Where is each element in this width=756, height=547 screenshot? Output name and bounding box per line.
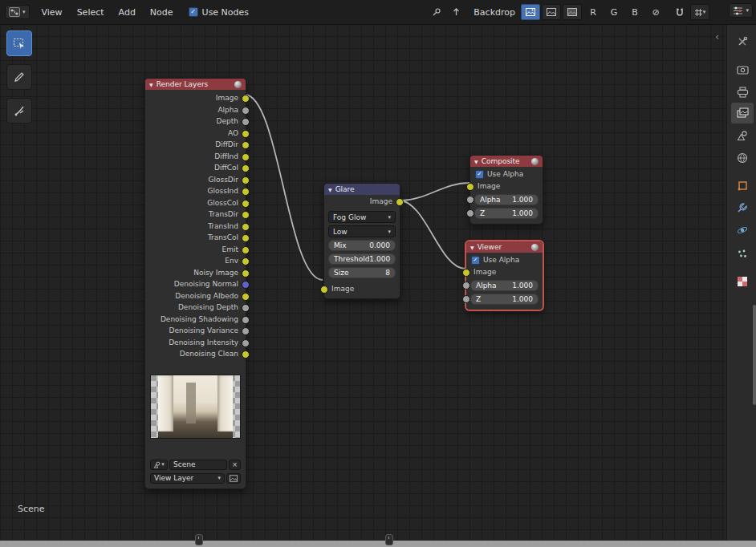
input-socket[interactable] [320, 286, 328, 294]
backdrop-channel-alpha-button[interactable] [563, 4, 582, 20]
channel-b-button[interactable]: B [625, 5, 644, 19]
use-nodes-checkbox[interactable]: ✓ Use Nodes [189, 7, 250, 18]
input-socket[interactable] [466, 183, 474, 191]
node-header[interactable]: ▼ Composite [470, 156, 543, 167]
tab-output[interactable] [731, 82, 754, 103]
backdrop-channel-color-button[interactable] [521, 4, 540, 20]
mix-number-field[interactable]: Mix 0.000 [328, 240, 396, 251]
snapping-mode-dropdown[interactable]: ▾ [690, 4, 709, 20]
tab-object[interactable] [731, 175, 754, 196]
output-row: Denoising Variance [145, 325, 246, 337]
output-socket[interactable] [242, 223, 250, 231]
menu-add[interactable]: Add [112, 5, 143, 20]
output-socket[interactable] [242, 130, 250, 138]
pin-button[interactable] [428, 5, 445, 19]
tool-select-box[interactable] [6, 30, 32, 56]
node-viewer[interactable]: ▼ Viewer ✓ Use Alpha Image Alpha 1.000 Z… [465, 241, 543, 310]
backdrop-channel-color-alpha-button[interactable] [542, 4, 561, 20]
input-socket[interactable] [462, 269, 470, 277]
output-socket[interactable] [242, 316, 250, 324]
use-alpha-row[interactable]: ✓ Use Alpha [466, 254, 543, 265]
collapse-caret-icon[interactable]: ▼ [328, 187, 332, 192]
output-socket[interactable] [242, 246, 250, 254]
node-title: Viewer [478, 243, 502, 251]
output-socket[interactable] [242, 164, 250, 172]
output-socket[interactable] [242, 107, 250, 115]
sidebar-scrollbar[interactable] [753, 305, 756, 405]
node-composite[interactable]: ▼ Composite ✓ Use Alpha Image Alpha 1.00… [469, 155, 543, 225]
output-socket[interactable] [242, 200, 250, 208]
tab-modifiers[interactable] [731, 197, 754, 218]
threshold-number-field[interactable]: Threshold 1.000 [328, 253, 396, 265]
output-socket[interactable] [242, 118, 250, 126]
tool-annotate[interactable] [6, 64, 32, 90]
output-socket[interactable] [242, 188, 250, 196]
size-number-field[interactable]: Size 8 [328, 267, 396, 278]
scene-browse-button[interactable]: ▾ [150, 460, 168, 470]
tab-tool[interactable] [731, 30, 754, 51]
output-socket[interactable] [242, 327, 250, 335]
wrench-icon [737, 202, 748, 213]
collapse-caret-icon[interactable]: ▼ [149, 82, 153, 87]
tool-links-cut[interactable] [6, 98, 32, 124]
view-layer-dropdown[interactable]: View Layer ▾ [150, 473, 225, 484]
scene-name-overlay: Scene [18, 504, 45, 514]
tab-render[interactable] [731, 59, 754, 80]
node-header[interactable]: ▼ Render Layers [145, 79, 246, 90]
output-socket[interactable] [396, 198, 404, 206]
z-number-field[interactable]: Z 1.000 [474, 208, 539, 219]
glare-quality-dropdown[interactable]: Low ▾ [328, 225, 396, 237]
tab-world[interactable] [731, 148, 754, 168]
input-socket[interactable] [462, 295, 470, 303]
alpha-number-field[interactable]: Alpha 1.000 [470, 280, 539, 291]
menu-view[interactable]: View [35, 5, 70, 20]
render-layer-button[interactable] [226, 473, 241, 484]
channel-g-button[interactable]: G [604, 5, 624, 19]
scene-unlink-button[interactable]: × [229, 460, 241, 470]
collapse-caret-icon[interactable]: ▼ [470, 245, 474, 250]
use-alpha-row[interactable]: ✓ Use Alpha [470, 168, 543, 180]
collapse-caret-icon[interactable]: ▼ [474, 159, 478, 164]
tab-scene[interactable] [731, 125, 754, 146]
output-socket[interactable] [242, 176, 250, 184]
channel-r-button[interactable]: R [583, 5, 603, 19]
menu-select[interactable]: Select [70, 5, 112, 20]
node-glare[interactable]: ▼ Glare Image Fog Glow ▾ Low ▾ [323, 183, 400, 299]
tab-physics[interactable] [731, 220, 754, 241]
tab-view-layer[interactable] [731, 103, 754, 124]
output-socket[interactable] [242, 95, 250, 103]
output-socket[interactable] [242, 153, 250, 161]
node-render-layers[interactable]: ▼ Render Layers Image Alpha Depth AO Dif… [144, 78, 246, 489]
input-socket[interactable] [466, 196, 474, 204]
output-socket[interactable] [242, 339, 250, 347]
socket-label: DiffInd [214, 152, 238, 160]
region-collapse-arrow[interactable]: ‹ [715, 30, 719, 43]
output-socket[interactable] [242, 269, 250, 278]
output-socket[interactable] [242, 141, 250, 149]
glare-type-dropdown[interactable]: Fog Glow ▾ [328, 211, 396, 223]
channel-alpha-button[interactable]: ⊘ [646, 5, 665, 19]
output-socket[interactable] [242, 293, 250, 301]
snapping-toggle-button[interactable] [671, 5, 689, 19]
output-socket[interactable] [242, 304, 250, 312]
node-header[interactable]: ▼ Glare [324, 184, 400, 195]
auto-render-button[interactable] [447, 5, 465, 19]
node-title: Render Layers [156, 80, 209, 88]
alpha-number-field[interactable]: Alpha 1.000 [474, 194, 539, 205]
tab-particles[interactable] [731, 244, 754, 265]
properties-editor-type-button[interactable]: ▾ [729, 3, 753, 18]
output-socket[interactable] [242, 234, 250, 242]
output-socket[interactable] [242, 350, 250, 359]
input-socket[interactable] [466, 209, 474, 217]
output-socket[interactable] [242, 281, 250, 289]
input-socket[interactable] [462, 282, 470, 290]
output-socket[interactable] [242, 211, 250, 219]
editor-type-button[interactable]: ▾ [5, 5, 30, 19]
z-number-field[interactable]: Z 1.000 [470, 294, 539, 305]
menu-node[interactable]: Node [143, 5, 181, 20]
bottom-scrollbar-strip[interactable] [0, 541, 756, 547]
scene-name-field[interactable]: Scene [169, 460, 227, 470]
node-header[interactable]: ▼ Viewer [466, 241, 543, 253]
output-socket[interactable] [242, 257, 250, 265]
tab-texture[interactable] [731, 271, 754, 292]
